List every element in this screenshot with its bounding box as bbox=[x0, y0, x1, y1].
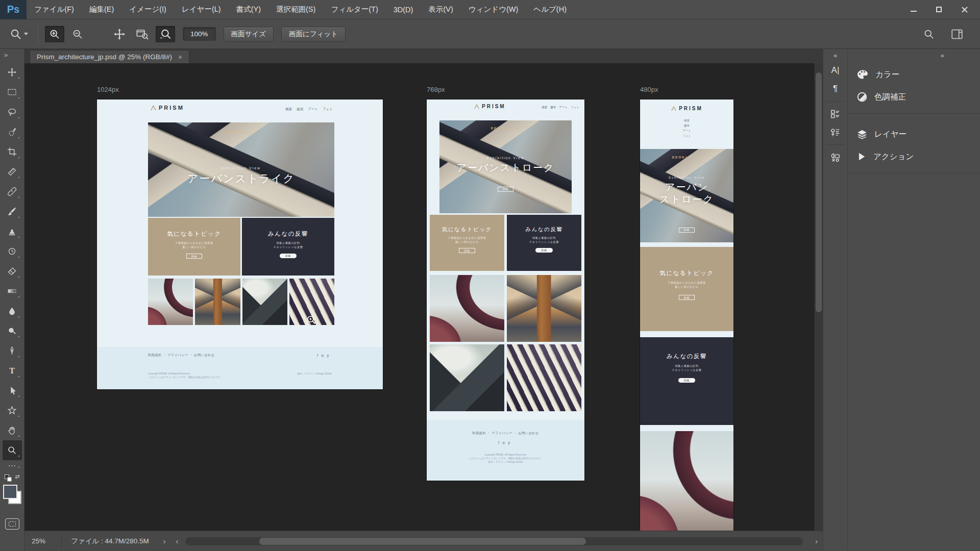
fit-screen-button[interactable]: 画面にフィット bbox=[281, 27, 346, 42]
tool-type[interactable]: T bbox=[3, 361, 22, 381]
tool-rectangular-marquee[interactable] bbox=[3, 82, 22, 102]
window-zoom-icon bbox=[136, 29, 149, 40]
artboard-1024: PRISM 概要 建築 アート フォト 最新情報をチェック Exhibition… bbox=[97, 99, 383, 389]
quick-mask-icon[interactable] bbox=[5, 518, 19, 530]
tool-dodge[interactable] bbox=[3, 321, 22, 341]
tab-close-icon[interactable]: × bbox=[178, 53, 182, 61]
close-icon[interactable] bbox=[961, 6, 968, 13]
hscroll-right-arrow[interactable]: › bbox=[810, 537, 823, 545]
topics-card: 気になるトピック 工事現場から生まれた造形美新しい街のかたち 詳細 bbox=[640, 247, 733, 331]
menu-select[interactable]: 選択範囲(S) bbox=[268, 0, 323, 19]
options-bar-right bbox=[924, 29, 980, 39]
gallery-image-curve bbox=[148, 279, 193, 325]
tool-crop[interactable] bbox=[3, 142, 22, 162]
zoom-out-button[interactable] bbox=[68, 26, 87, 42]
zoom-tool-preset[interactable] bbox=[7, 27, 31, 42]
tool-brush[interactable] bbox=[3, 202, 22, 221]
status-expand-icon[interactable]: › bbox=[158, 537, 171, 545]
artboard-label-768[interactable]: 768px bbox=[427, 86, 445, 93]
hscroll-left-arrow[interactable]: ‹ bbox=[171, 537, 184, 545]
character-panel-icon[interactable]: A| bbox=[826, 61, 845, 80]
collapse-panels-icon[interactable]: « bbox=[848, 49, 980, 61]
zoom-all-windows-button[interactable] bbox=[133, 26, 152, 42]
hero-title: アーバンストライク bbox=[148, 171, 334, 186]
zoom-in-button[interactable] bbox=[45, 26, 64, 42]
tool-pen[interactable] bbox=[3, 341, 22, 361]
tool-quick-selection[interactable] bbox=[3, 122, 22, 142]
footer-copyright: Copyright PRISM. All Rights Reserved. この… bbox=[427, 453, 584, 464]
tool-eraser[interactable] bbox=[3, 261, 22, 281]
menu-type[interactable]: 書式(Y) bbox=[229, 0, 268, 19]
collapse-panels-icon[interactable]: « bbox=[823, 49, 847, 61]
document-tab[interactable]: Prism_architecture_jp.psd @ 25% (RGB/8#)… bbox=[30, 50, 189, 63]
artboard-label-1024[interactable]: 1024px bbox=[97, 86, 119, 93]
menu-file[interactable]: ファイル(F) bbox=[27, 0, 82, 19]
libraries-panel-icon[interactable] bbox=[826, 148, 845, 166]
tool-clone-stamp[interactable] bbox=[3, 221, 22, 241]
artboard-label-480[interactable]: 480px bbox=[640, 86, 658, 93]
voices-card: みんなの反響 特集と最新の評判スタイリッシュな反響 詳細 bbox=[242, 218, 334, 276]
menu-edit[interactable]: 編集(E) bbox=[82, 0, 121, 19]
status-zoom-field[interactable]: 25% bbox=[24, 537, 61, 545]
menu-image[interactable]: イメージ(I) bbox=[121, 0, 174, 19]
panel-color[interactable]: カラー bbox=[848, 63, 980, 86]
status-file-info: ファイル : 44.7M/280.5M bbox=[62, 537, 158, 546]
resize-windows-button[interactable] bbox=[110, 26, 129, 42]
footer-copyright: Copyright PRISM. All Rights Reserved.このサ… bbox=[148, 372, 332, 379]
tool-move[interactable] bbox=[3, 62, 22, 82]
tool-gradient[interactable] bbox=[3, 281, 22, 301]
paragraph-styles-panel-icon[interactable] bbox=[826, 105, 845, 123]
site-logo: PRISM bbox=[640, 106, 733, 111]
card-row: 気になるトピック 工事現場から生まれた造形美新しい街のかたち 詳細 みんなの反響… bbox=[148, 218, 334, 276]
artboard-480: PRISM 概要 建築 アート フォト 最新情報をチェック Exhibition… bbox=[640, 99, 733, 531]
menu-layer[interactable]: レイヤー(L) bbox=[174, 0, 229, 19]
workspace-switcher-icon[interactable] bbox=[951, 29, 963, 39]
edit-toolbar-icon[interactable]: ⋯ bbox=[3, 460, 22, 471]
menu-window[interactable]: ウィンドウ(W) bbox=[461, 0, 526, 19]
panel-icon-strip: « A| ¶ bbox=[823, 49, 848, 551]
footer-social-icons: f◎y bbox=[317, 354, 332, 358]
tool-path-selection[interactable] bbox=[3, 381, 22, 400]
tool-eyedropper[interactable] bbox=[3, 162, 22, 182]
layers-icon bbox=[857, 129, 867, 139]
menu-help[interactable]: ヘルプ(H) bbox=[526, 0, 574, 19]
topics-card: 気になるトピック 工事現場から生まれた造形美新しい街のかたち 詳細 bbox=[148, 218, 240, 276]
tool-blur[interactable] bbox=[3, 301, 22, 321]
tool-custom-shape[interactable] bbox=[3, 400, 22, 420]
panel-adjustments[interactable]: 色調補正 bbox=[848, 86, 980, 108]
zoom-100-button[interactable]: 100% bbox=[183, 27, 216, 41]
foreground-color-swatch[interactable] bbox=[3, 485, 17, 499]
options-bar: 100% 画面サイズ 画面にフィット bbox=[0, 19, 980, 49]
menu-filter[interactable]: フィルター(T) bbox=[323, 0, 385, 19]
scrubby-zoom-button[interactable] bbox=[156, 26, 175, 42]
tool-hand[interactable] bbox=[3, 420, 22, 440]
panel-actions[interactable]: アクション bbox=[848, 145, 980, 168]
tool-lasso[interactable] bbox=[3, 102, 22, 122]
maximize-icon[interactable] bbox=[936, 7, 942, 12]
screen-size-button[interactable]: 画面サイズ bbox=[224, 27, 274, 42]
adjustments-icon bbox=[857, 92, 867, 102]
gallery-image-tower bbox=[507, 344, 581, 411]
menu-3d[interactable]: 3D(D) bbox=[386, 0, 421, 19]
tool-history-brush[interactable] bbox=[3, 241, 22, 261]
gallery-image-pyramid bbox=[430, 344, 504, 411]
photoshop-logo[interactable]: Ps bbox=[0, 0, 27, 19]
horizontal-scrollbar[interactable] bbox=[185, 537, 803, 545]
tool-zoom[interactable] bbox=[3, 440, 22, 460]
horizontal-scrollbar-thumb[interactable] bbox=[259, 538, 586, 545]
vertical-scrollbar[interactable] bbox=[814, 63, 823, 531]
search-icon[interactable] bbox=[924, 29, 934, 39]
vertical-scrollbar-thumb[interactable] bbox=[816, 72, 822, 312]
menu-items: ファイル(F) 編集(E) イメージ(I) レイヤー(L) 書式(Y) 選択範囲… bbox=[27, 0, 574, 19]
tool-spot-healing[interactable] bbox=[3, 182, 22, 202]
canvas[interactable]: 1024px 768px 480px PRISM 概要 建築 アート フォト bbox=[24, 63, 823, 531]
character-styles-panel-icon[interactable] bbox=[826, 123, 845, 141]
toolbar-expand-icon[interactable]: » bbox=[0, 49, 8, 62]
window-controls bbox=[911, 6, 980, 13]
paragraph-panel-icon[interactable]: ¶ bbox=[826, 80, 845, 98]
hero-image: 最新情報をチェック Exhibition View アーバンストローク 詳細 bbox=[439, 120, 572, 213]
menu-view[interactable]: 表示(V) bbox=[421, 0, 460, 19]
panel-layers[interactable]: レイヤー bbox=[848, 123, 980, 145]
minimize-icon[interactable] bbox=[911, 8, 917, 12]
swap-colors-control[interactable]: ⇄ bbox=[4, 472, 21, 483]
